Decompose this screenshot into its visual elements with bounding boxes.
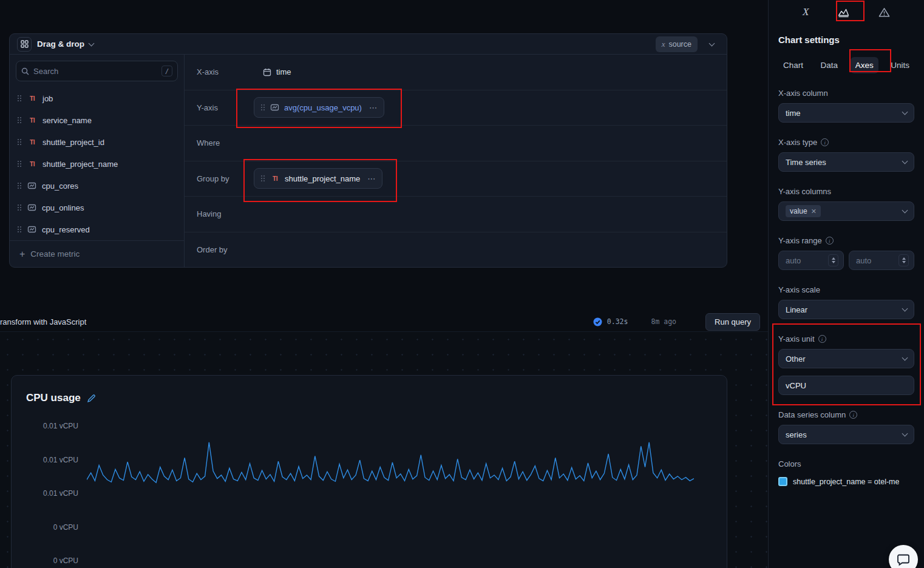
metric-field-icon (27, 181, 36, 190)
drag-handle-icon[interactable] (17, 182, 22, 189)
query-row-where[interactable]: Where (185, 125, 727, 161)
y-axis-scale-select[interactable]: Linear (778, 300, 914, 319)
last-run-timestamp: 8m ago (651, 317, 676, 326)
chevron-down-icon[interactable] (89, 40, 95, 46)
field-name: shuttle_project_name (42, 160, 118, 169)
x-axis-value[interactable]: time (263, 67, 291, 76)
tab-units[interactable]: Units (886, 57, 914, 73)
y-axis-max-input[interactable]: auto (849, 251, 914, 270)
tab-data[interactable]: Data (816, 57, 843, 73)
field-name: cpu_onlines (42, 203, 84, 212)
row-label: Having (185, 209, 254, 218)
search-shortcut-badge: / (161, 66, 172, 76)
drag-handle-icon[interactable] (17, 204, 22, 211)
drag-handle-icon[interactable] (17, 117, 22, 124)
info-icon[interactable]: i (818, 335, 826, 343)
y-axis-min-input[interactable]: auto (778, 251, 844, 270)
x-axis-column-value: time (786, 109, 801, 118)
query-builder-panel: Drag & drop x source Search / (9, 33, 727, 268)
search-input[interactable]: Search (33, 67, 157, 76)
row-label: Y-axis (185, 103, 254, 112)
y-axis-tick-label: 0.01 vCPU (26, 422, 78, 430)
y-axis-columns-label: Y-axis columns (778, 187, 914, 196)
chart-card[interactable]: CPU usage 0.01 vCPU 0.01 vCPU 0.01 vCPU … (11, 375, 727, 568)
chart-title: CPU usage (26, 392, 81, 404)
chart-settings-panel: X Chart settings Chart Data Axes Units X… (768, 0, 924, 568)
tab-chart[interactable]: Chart (778, 57, 808, 73)
y-axis-unit-select[interactable]: Other (778, 349, 914, 368)
calendar-icon (263, 68, 271, 76)
field-item-cpu-onlines[interactable]: cpu_onlines (10, 197, 184, 218)
row-label: Order by (185, 245, 254, 254)
builder-header: Drag & drop x source (10, 34, 727, 55)
chart-type-icon[interactable] (838, 7, 849, 18)
drag-handle-icon[interactable] (260, 175, 265, 182)
drag-handle-icon[interactable] (260, 104, 265, 111)
y-axis-scale-label: Y-axis scale (778, 285, 914, 294)
warnings-icon[interactable] (878, 7, 890, 18)
series-color-swatch[interactable] (778, 477, 787, 486)
data-series-column-label: Data series columni (778, 410, 914, 419)
builder-mode-title[interactable]: Drag & drop (37, 39, 84, 49)
run-query-button[interactable]: Run query (705, 313, 760, 331)
field-name: job (42, 94, 53, 103)
text-field-icon: TI (27, 139, 37, 146)
text-field-icon: TI (270, 175, 280, 182)
group-by-field-label: shuttle_project_name (285, 174, 360, 183)
create-metric-label: Create metric (30, 249, 80, 259)
query-variable-icon[interactable]: X (803, 6, 809, 18)
row-label: X-axis (185, 67, 254, 76)
drag-handle-icon[interactable] (17, 95, 22, 102)
field-item-cpu-cores[interactable]: cpu_cores (10, 175, 184, 197)
field-item-shuttle-project-name[interactable]: TI shuttle_project_name (10, 153, 184, 175)
data-series-column-value: series (786, 430, 807, 439)
tag-label: value (790, 207, 807, 215)
source-button[interactable]: x source (656, 36, 698, 52)
settings-heading: Chart settings (778, 35, 914, 45)
tab-axes[interactable]: Axes (851, 57, 878, 73)
field-item-shuttle-project-id[interactable]: TI shuttle_project_id (10, 131, 184, 153)
main-area: Drag & drop x source Search / (0, 0, 768, 568)
y-axis-scale-value: Linear (786, 305, 807, 314)
chevron-down-icon (902, 306, 908, 312)
field-item-service-name[interactable]: TI service_name (10, 109, 184, 131)
info-icon[interactable]: i (826, 237, 834, 245)
pill-menu-icon[interactable]: ⋯ (369, 103, 378, 112)
x-axis-type-select[interactable]: Time series (778, 152, 914, 172)
field-item-job[interactable]: TI job (10, 87, 184, 109)
plus-icon: + (19, 249, 25, 260)
y-axis-unit-label: Y-axis uniti (778, 334, 914, 343)
search-icon (21, 67, 29, 75)
create-metric-button[interactable]: + Create metric (10, 240, 184, 267)
field-search[interactable]: Search / (16, 61, 178, 81)
collapse-panel-button[interactable] (704, 36, 719, 52)
dashboard-canvas[interactable]: CPU usage 0.01 vCPU 0.01 vCPU 0.01 vCPU … (0, 332, 768, 568)
remove-tag-icon[interactable]: ✕ (811, 208, 817, 215)
drag-drop-mode-icon (17, 37, 32, 52)
chevron-down-icon (902, 158, 908, 164)
y-axis-tick-label: 0.01 vCPU (26, 489, 78, 498)
info-icon[interactable]: i (849, 411, 857, 419)
edit-title-pencil-icon[interactable] (87, 394, 96, 403)
y-axis-columns-select[interactable]: value ✕ (778, 201, 914, 221)
drag-handle-icon[interactable] (17, 160, 22, 167)
chevron-down-icon (902, 431, 908, 437)
stepper-icon[interactable] (828, 254, 838, 266)
x-axis-column-select[interactable]: time (778, 103, 914, 123)
y-axis-pill[interactable]: avg(cpu_usage_vcpu) ⋯ (254, 97, 384, 118)
drag-handle-icon[interactable] (17, 138, 22, 146)
query-row-order-by[interactable]: Order by (185, 232, 727, 268)
group-by-pill[interactable]: TI shuttle_project_name ⋯ (254, 168, 382, 189)
data-series-column-select[interactable]: series (778, 425, 914, 444)
query-row-having[interactable]: Having (185, 196, 727, 232)
transform-with-javascript-link[interactable]: ransform with JavaScript (0, 317, 86, 326)
info-icon[interactable]: i (821, 138, 829, 146)
x-axis-type-label: X-axis typei (778, 138, 914, 147)
app-page: Drag & drop x source Search / (0, 0, 924, 568)
drag-handle-icon[interactable] (17, 226, 22, 233)
custom-unit-input[interactable] (778, 376, 914, 395)
query-row-x-axis: X-axis time (185, 55, 727, 90)
field-item-cpu-reserved[interactable]: cpu_reserved (10, 218, 184, 240)
pill-menu-icon[interactable]: ⋯ (367, 174, 376, 183)
stepper-icon[interactable] (899, 254, 909, 266)
